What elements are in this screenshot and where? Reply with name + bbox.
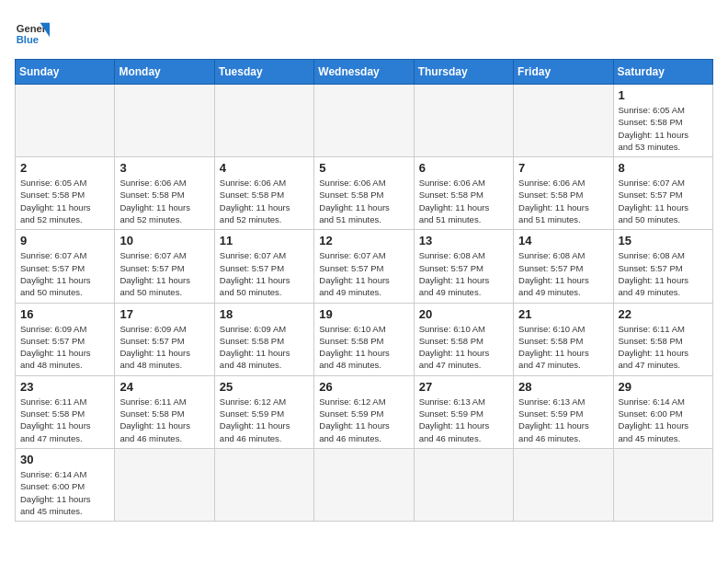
calendar-cell: 29Sunrise: 6:14 AM Sunset: 6:00 PM Dayli… — [613, 375, 712, 448]
day-number: 4 — [220, 161, 309, 175]
calendar-cell: 27Sunrise: 6:13 AM Sunset: 5:59 PM Dayli… — [414, 375, 513, 448]
day-number: 1 — [619, 88, 708, 102]
page-header: General Blue — [15, 15, 713, 50]
calendar-cell: 14Sunrise: 6:08 AM Sunset: 5:57 PM Dayli… — [514, 230, 613, 303]
day-number: 28 — [518, 380, 608, 394]
day-number: 7 — [518, 161, 608, 175]
day-info: Sunrise: 6:14 AM Sunset: 6:00 PM Dayligh… — [619, 396, 708, 444]
calendar-cell — [514, 448, 613, 521]
day-info: Sunrise: 6:12 AM Sunset: 5:59 PM Dayligh… — [220, 396, 309, 444]
day-number: 11 — [220, 234, 309, 247]
day-number: 19 — [319, 307, 408, 321]
day-number: 24 — [119, 380, 209, 394]
day-info: Sunrise: 6:09 AM Sunset: 5:57 PM Dayligh… — [20, 323, 109, 372]
calendar-cell: 23Sunrise: 6:11 AM Sunset: 5:58 PM Dayli… — [16, 375, 115, 448]
calendar-cell: 7Sunrise: 6:06 AM Sunset: 5:58 PM Daylig… — [514, 157, 613, 230]
calendar-cell — [115, 85, 214, 157]
calendar-cell: 3Sunrise: 6:06 AM Sunset: 5:58 PM Daylig… — [115, 157, 214, 230]
calendar-cell — [613, 448, 712, 521]
day-info: Sunrise: 6:14 AM Sunset: 6:00 PM Dayligh… — [20, 468, 109, 517]
calendar-cell: 6Sunrise: 6:06 AM Sunset: 5:58 PM Daylig… — [414, 157, 513, 230]
weekday-wednesday: Wednesday — [314, 60, 414, 85]
day-info: Sunrise: 6:05 AM Sunset: 5:58 PM Dayligh… — [619, 104, 708, 153]
day-number: 12 — [319, 234, 408, 247]
day-number: 22 — [619, 307, 708, 321]
day-number: 2 — [20, 161, 109, 175]
day-info: Sunrise: 6:09 AM Sunset: 5:57 PM Dayligh… — [119, 323, 209, 372]
weekday-header-row: SundayMondayTuesdayWednesdayThursdayFrid… — [16, 60, 713, 85]
calendar-cell: 12Sunrise: 6:07 AM Sunset: 5:57 PM Dayli… — [314, 230, 414, 303]
day-info: Sunrise: 6:08 AM Sunset: 5:57 PM Dayligh… — [419, 249, 508, 298]
calendar-cell: 19Sunrise: 6:10 AM Sunset: 5:58 PM Dayli… — [314, 303, 414, 375]
day-number: 5 — [319, 161, 408, 175]
day-info: Sunrise: 6:13 AM Sunset: 5:59 PM Dayligh… — [518, 396, 608, 444]
calendar-cell — [214, 85, 313, 157]
calendar-cell: 26Sunrise: 6:12 AM Sunset: 5:59 PM Dayli… — [314, 375, 414, 448]
calendar-cell: 24Sunrise: 6:11 AM Sunset: 5:58 PM Dayli… — [115, 375, 214, 448]
day-number: 26 — [319, 380, 408, 394]
calendar-cell: 5Sunrise: 6:06 AM Sunset: 5:58 PM Daylig… — [314, 157, 414, 230]
day-number: 25 — [220, 380, 309, 394]
calendar-cell: 17Sunrise: 6:09 AM Sunset: 5:57 PM Dayli… — [115, 303, 214, 375]
day-info: Sunrise: 6:06 AM Sunset: 5:58 PM Dayligh… — [220, 177, 309, 225]
calendar-cell: 20Sunrise: 6:10 AM Sunset: 5:58 PM Dayli… — [414, 303, 513, 375]
day-info: Sunrise: 6:06 AM Sunset: 5:58 PM Dayligh… — [518, 177, 608, 225]
calendar-row-5: 30Sunrise: 6:14 AM Sunset: 6:00 PM Dayli… — [16, 448, 713, 521]
calendar-cell: 9Sunrise: 6:07 AM Sunset: 5:57 PM Daylig… — [16, 230, 115, 303]
day-number: 21 — [518, 307, 608, 321]
day-number: 29 — [619, 380, 708, 394]
calendar-cell — [414, 85, 513, 157]
calendar-cell — [115, 448, 214, 521]
calendar-row-4: 23Sunrise: 6:11 AM Sunset: 5:58 PM Dayli… — [16, 375, 713, 448]
calendar-cell: 25Sunrise: 6:12 AM Sunset: 5:59 PM Dayli… — [214, 375, 313, 448]
weekday-tuesday: Tuesday — [214, 60, 313, 85]
day-number: 15 — [619, 234, 708, 247]
weekday-monday: Monday — [115, 60, 214, 85]
day-number: 9 — [20, 234, 109, 247]
day-info: Sunrise: 6:07 AM Sunset: 5:57 PM Dayligh… — [319, 249, 408, 298]
day-info: Sunrise: 6:06 AM Sunset: 5:58 PM Dayligh… — [119, 177, 209, 225]
calendar-cell: 1Sunrise: 6:05 AM Sunset: 5:58 PM Daylig… — [613, 85, 712, 157]
day-info: Sunrise: 6:10 AM Sunset: 5:58 PM Dayligh… — [419, 323, 508, 372]
calendar-cell: 4Sunrise: 6:06 AM Sunset: 5:58 PM Daylig… — [214, 157, 313, 230]
calendar-cell: 8Sunrise: 6:07 AM Sunset: 5:57 PM Daylig… — [613, 157, 712, 230]
day-number: 23 — [20, 380, 109, 394]
weekday-sunday: Sunday — [16, 60, 115, 85]
day-number: 14 — [518, 234, 608, 247]
weekday-thursday: Thursday — [414, 60, 513, 85]
day-info: Sunrise: 6:08 AM Sunset: 5:57 PM Dayligh… — [518, 249, 608, 298]
day-number: 27 — [419, 380, 508, 394]
calendar-cell: 16Sunrise: 6:09 AM Sunset: 5:57 PM Dayli… — [16, 303, 115, 375]
day-number: 8 — [619, 161, 708, 175]
calendar-cell: 2Sunrise: 6:05 AM Sunset: 5:58 PM Daylig… — [16, 157, 115, 230]
calendar-row-1: 2Sunrise: 6:05 AM Sunset: 5:58 PM Daylig… — [16, 157, 713, 230]
day-number: 6 — [419, 161, 508, 175]
day-info: Sunrise: 6:11 AM Sunset: 5:58 PM Dayligh… — [619, 323, 708, 372]
day-info: Sunrise: 6:07 AM Sunset: 5:57 PM Dayligh… — [619, 177, 708, 225]
calendar-cell — [514, 85, 613, 157]
calendar-table: SundayMondayTuesdayWednesdayThursdayFrid… — [15, 59, 713, 522]
day-info: Sunrise: 6:05 AM Sunset: 5:58 PM Dayligh… — [20, 177, 109, 225]
calendar-cell — [414, 448, 513, 521]
calendar-row-0: 1Sunrise: 6:05 AM Sunset: 5:58 PM Daylig… — [16, 85, 713, 157]
day-info: Sunrise: 6:10 AM Sunset: 5:58 PM Dayligh… — [319, 323, 408, 372]
day-info: Sunrise: 6:10 AM Sunset: 5:58 PM Dayligh… — [518, 323, 608, 372]
day-number: 30 — [20, 453, 109, 466]
day-number: 16 — [20, 307, 109, 321]
day-number: 17 — [119, 307, 209, 321]
day-info: Sunrise: 6:07 AM Sunset: 5:57 PM Dayligh… — [20, 249, 109, 298]
calendar-cell: 13Sunrise: 6:08 AM Sunset: 5:57 PM Dayli… — [414, 230, 513, 303]
calendar-cell — [214, 448, 313, 521]
calendar-cell: 18Sunrise: 6:09 AM Sunset: 5:58 PM Dayli… — [214, 303, 313, 375]
day-number: 3 — [119, 161, 209, 175]
day-info: Sunrise: 6:13 AM Sunset: 5:59 PM Dayligh… — [419, 396, 508, 444]
calendar-cell — [314, 448, 414, 521]
day-info: Sunrise: 6:09 AM Sunset: 5:58 PM Dayligh… — [220, 323, 309, 372]
weekday-saturday: Saturday — [613, 60, 712, 85]
calendar-body: 1Sunrise: 6:05 AM Sunset: 5:58 PM Daylig… — [16, 85, 713, 522]
day-number: 18 — [220, 307, 309, 321]
weekday-friday: Friday — [514, 60, 613, 85]
day-number: 13 — [419, 234, 508, 247]
calendar-cell: 22Sunrise: 6:11 AM Sunset: 5:58 PM Dayli… — [613, 303, 712, 375]
calendar-cell: 21Sunrise: 6:10 AM Sunset: 5:58 PM Dayli… — [514, 303, 613, 375]
